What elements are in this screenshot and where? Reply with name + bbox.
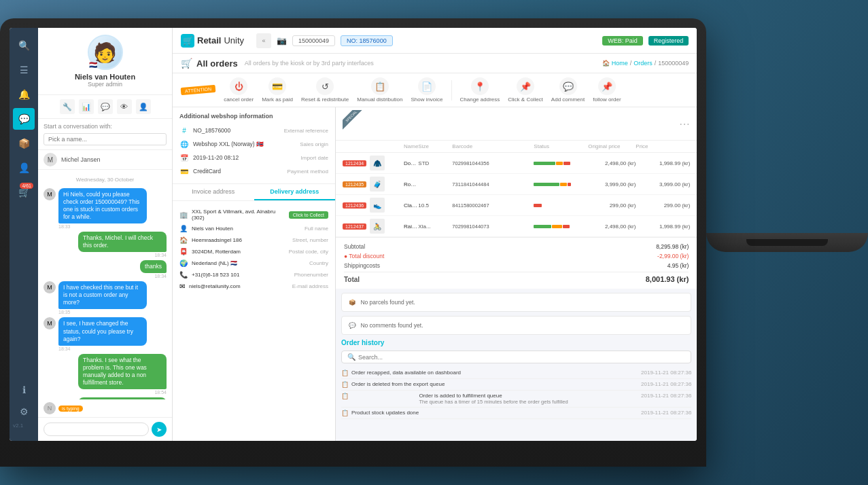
order-id-tag[interactable]: 150000049 [292, 35, 335, 46]
click-to-collect-btn[interactable]: Click to Collect [289, 211, 328, 219]
product-row-1[interactable]: 1212434 🧥 Double Flocked Coil Beam, luft… [336, 153, 697, 174]
contact-name: Michel Jansen [61, 156, 101, 163]
breadcrumb: 🏠 Home / Orders / 150000049 [602, 60, 689, 67]
product-id-badge-2: 1212435 [343, 181, 366, 187]
msg-bubble-1: Hi Niels, could you please check order 1… [58, 188, 147, 223]
cancel-order-button[interactable]: ⏻ cancel order [224, 77, 254, 103]
collapse-button[interactable]: « [256, 33, 271, 48]
postal-label: Postal code, city [289, 249, 328, 255]
col-size: Size [418, 143, 452, 149]
history-text-3: Order is added to fulfillment queue The … [419, 393, 568, 405]
ref-id-tag[interactable]: NO: 18576000 [341, 35, 393, 46]
collect-label: Click & Collect [508, 96, 543, 103]
sidebar-menu-icon[interactable]: ☰ [13, 59, 35, 81]
products-table: Name Size Barcode Status Original price … [336, 141, 697, 237]
building-icon: 🏢 [179, 211, 188, 219]
tab-delivery[interactable]: Delivery address [254, 184, 336, 200]
table-header: Name Size Barcode Status Original price … [336, 141, 697, 153]
delivery-phone: +31(0)6-18 523 101 [192, 272, 290, 278]
msg-time-6: 18:54 [78, 390, 167, 395]
tool-person[interactable]: 👤 [136, 99, 151, 114]
avatar: 🧑 🇳🇱 [88, 35, 123, 70]
show-invoice-button[interactable]: 📄 Show invoice [411, 77, 442, 103]
product-img-4: 🚴 [370, 219, 385, 234]
sidebar-bell-icon[interactable]: 🔔 [13, 84, 35, 105]
sidebar-search-icon[interactable]: 🔍 [13, 35, 35, 56]
msg-time-5: 18:34 [58, 346, 147, 351]
order-history-title: Order history [341, 339, 691, 346]
history-icon-3: 📋 [341, 393, 349, 405]
right-panels: 📦 No parcels found yet. 💬 No comments fo… [336, 289, 697, 441]
sidebar-box-icon[interactable]: 📦 [13, 132, 35, 154]
history-event-1: 📋 Order recapped, data available on dash… [341, 367, 691, 379]
camera-icon-area[interactable]: 📷 [277, 36, 287, 46]
col-barcode: Barcode [452, 143, 534, 149]
tool-chart[interactable]: 📊 [79, 99, 94, 114]
manual-distribution-button[interactable]: 📋 Manual distribution [357, 77, 402, 103]
sidebar-badge-icon[interactable]: 🛒 4/61 [13, 181, 35, 203]
history-search-input[interactable] [358, 354, 685, 361]
page-title-area: 🛒 All orders All orders by the kiosk or … [181, 58, 374, 69]
breadcrumb-home[interactable]: Home [612, 60, 628, 67]
shipping-value: 4.95 (kr) [667, 262, 689, 269]
sidebar-info-icon[interactable]: ℹ [13, 379, 35, 401]
contact-item[interactable]: M Michel Jansen [38, 150, 172, 170]
breadcrumb-orders[interactable]: Orders [633, 60, 653, 67]
product-id-badge-1: 1212434 [343, 160, 366, 166]
chat-search-input[interactable] [44, 133, 167, 145]
camera-icon: 📷 [277, 36, 287, 46]
history-search-area: 🔍 [341, 351, 691, 363]
message-5: M I see, I have changed the status, coul… [44, 317, 167, 351]
special-ribbon-container: SPECIAL [343, 110, 370, 137]
reset-redistribute-button[interactable]: ↺ Reset & redistribute [301, 77, 349, 103]
msg-bubble-4: I have checked this one but it is not a … [58, 281, 147, 309]
msg-avatar-other: M [44, 188, 56, 200]
chat-panel: 🧑 🇳🇱 Niels van Houten Super admin 🔧 📊 💬 … [38, 28, 173, 441]
tool-wrench[interactable]: 🔧 [60, 99, 75, 114]
sidebar-user-icon[interactable]: 👤 [13, 157, 35, 179]
comments-text: No comments found yet. [360, 322, 423, 329]
total-row: Total 8,001.93 (kr) [344, 272, 689, 285]
sidebar-settings-icon[interactable]: ⚙ [13, 401, 35, 423]
product-barcode-4: 7029981044073 [452, 223, 534, 230]
postal-icon: 📮 [179, 248, 188, 255]
msg-avatar-other-3: M [44, 317, 56, 329]
tab-invoice[interactable]: Invoice address [173, 184, 254, 200]
tool-chat[interactable]: 💬 [98, 99, 113, 114]
discount-value: -2,99.00 (kr) [657, 253, 689, 259]
mark-paid-button[interactable]: 💳 Mark as paid [262, 77, 293, 103]
history-text-4: Product stock updates done [351, 410, 636, 416]
date-divider: Wednesday, 30 October [44, 177, 167, 183]
product-row-4[interactable]: 1212437 🚴 Rainsfall Superlight 3, treman… [336, 216, 697, 237]
address-icon: 📍 [471, 77, 489, 95]
product-row-3[interactable]: 1212436 👟 Classic Cayman Clog, sandal un… [336, 195, 697, 216]
col-status: Status [534, 143, 588, 149]
delivery-address: 🏢 XXL Sport & Villmark, avd. Alnabru (30… [173, 201, 335, 298]
follow-order-button[interactable]: 📌 follow order [593, 77, 621, 103]
click-collect-button[interactable]: 📌 Click & Collect [508, 77, 543, 103]
more-options-button[interactable]: ⋯ [679, 118, 690, 130]
addr-row-company: 🏢 XXL Sport & Villmark, avd. Alnabru (30… [179, 206, 328, 223]
history-icon-4: 📋 [341, 410, 349, 416]
chat-input[interactable] [44, 423, 149, 436]
sidebar-version: v2.1 [13, 423, 35, 429]
typing-badge: is typing [58, 406, 83, 412]
tool-eye[interactable]: 👁 [117, 99, 132, 114]
cancel-label: cancel order [224, 96, 254, 103]
send-button[interactable]: ➤ [152, 422, 167, 437]
phone-label: Phonenumber [294, 272, 328, 278]
subtotal-label: Subtotal [344, 243, 365, 250]
add-comment-button[interactable]: 💬 Add comment [551, 77, 585, 103]
sidebar-chat-icon[interactable]: 💬 [13, 108, 35, 130]
follow-label: follow order [593, 96, 621, 103]
full-name-label: Full name [305, 226, 328, 232]
comment-icon: 💬 [559, 77, 577, 95]
product-row-2[interactable]: 1212435 🧳 Roc Spirit 3L GTX Jacket, skul… [336, 174, 697, 195]
hash-icon: # [179, 126, 189, 135]
address-tabs: Invoice address Delivery address [173, 184, 335, 201]
avatar-emoji: 🧑 [93, 41, 117, 64]
delivery-company: XXL Sport & Villmark, avd. Alnabru (302) [192, 209, 285, 221]
change-address-button[interactable]: 📍 Change address [460, 77, 500, 103]
msg-time-2: 18:34 [78, 253, 167, 257]
follow-icon: 📌 [598, 77, 616, 95]
